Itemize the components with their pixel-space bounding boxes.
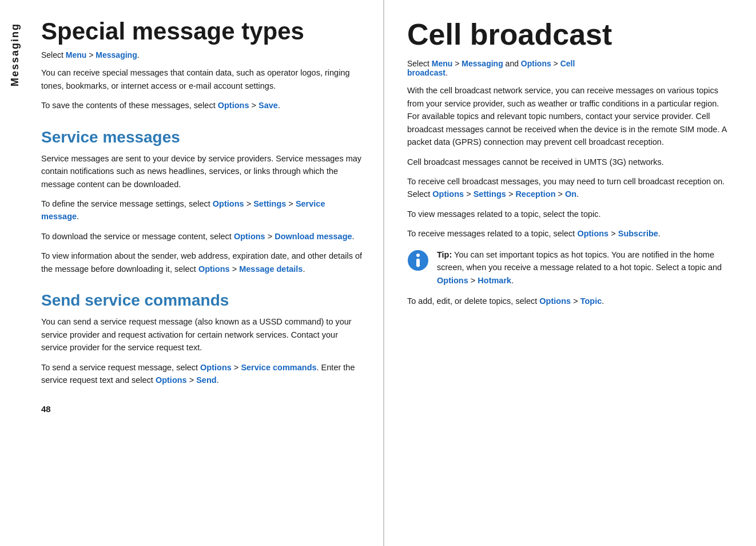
tip-suffix: .: [511, 276, 514, 285]
sub-prefix: To receive messages related to a topic, …: [407, 229, 577, 238]
select-prefix: Select: [41, 50, 66, 60]
send-prefix: To send a service request message, selec…: [41, 363, 200, 372]
r-select-prefix: Select: [407, 59, 432, 68]
main-title: Special message types: [41, 18, 363, 45]
view-topics-text: To view messages related to a topic, sel…: [407, 208, 733, 220]
right-column: Cell broadcast Select Menu > Messaging a…: [384, 0, 756, 546]
cell-body2: Cell broadcast messages cannot be receiv…: [407, 156, 733, 168]
rec-suffix: .: [576, 189, 579, 199]
cell-broadcast-title: Cell broadcast: [407, 18, 733, 51]
view-suffix: .: [303, 264, 305, 274]
rec-sep1: >: [464, 189, 474, 199]
subscribe-link[interactable]: Subscribe: [618, 229, 658, 238]
sep1: >: [86, 50, 96, 60]
select-menu-line: Select Menu > Messaging.: [41, 50, 363, 60]
rec-sep2: >: [506, 189, 516, 199]
download-link[interactable]: Download message: [274, 232, 352, 241]
page-number: 48: [41, 404, 363, 414]
r-suffix: .: [445, 68, 448, 77]
svg-text:+: +: [416, 261, 420, 270]
tip-body: You can set important topics as hot topi…: [437, 250, 722, 272]
view-para: To view information about the sender, we…: [41, 250, 363, 275]
rec-sep3: >: [555, 189, 565, 199]
send-link[interactable]: Send: [196, 375, 216, 385]
settings-prefix: To define the service message settings, …: [41, 199, 213, 208]
save-sep: >: [249, 101, 258, 110]
hotmark-link[interactable]: Hotmark: [478, 276, 511, 285]
save-prefix: To save the contents of these messages, …: [41, 101, 218, 110]
options-link-5[interactable]: Options: [200, 363, 232, 372]
tip-sep: >: [468, 276, 478, 285]
r-broadcast-link[interactable]: broadcast: [407, 68, 445, 77]
tip-bold: Tip:: [437, 250, 452, 259]
sidebar-label: Messaging: [9, 23, 21, 86]
sub-suffix: .: [658, 229, 660, 238]
send-suffix: .: [217, 375, 219, 385]
subscribe-para: To receive messages related to a topic, …: [407, 227, 733, 240]
sub-sep: >: [608, 229, 618, 238]
options-link-6[interactable]: Options: [156, 375, 187, 385]
r-and: and: [503, 59, 521, 68]
topic-prefix: To add, edit, or delete topics, select: [407, 296, 539, 306]
sep1-sc: >: [232, 363, 241, 372]
cell-body1: With the cell broadcast network service,…: [407, 84, 733, 148]
svg-point-1: [416, 254, 420, 257]
topic-suffix: .: [602, 296, 604, 306]
options-link-2[interactable]: Options: [213, 199, 244, 208]
settings-suffix: .: [77, 212, 79, 221]
reception-para: To receive cell broadcast messages, you …: [407, 175, 733, 201]
sep2-sc: >: [187, 375, 197, 385]
on-link[interactable]: On: [565, 189, 576, 199]
r-options-link[interactable]: Options: [521, 59, 551, 68]
tip-text: Tip: You can set important topics as hot…: [437, 248, 733, 287]
tip-options-link[interactable]: Options: [437, 276, 468, 285]
settings-para: To define the service message settings, …: [41, 197, 363, 223]
download-para: To download the service or message conte…: [41, 230, 363, 243]
message-details-link[interactable]: Message details: [239, 264, 303, 274]
send-commands-title: Send service commands: [41, 291, 363, 310]
topic-options-link[interactable]: Options: [539, 296, 571, 306]
sep-d: >: [265, 232, 275, 241]
reception-link[interactable]: Reception: [515, 189, 555, 199]
r-messaging-link[interactable]: Messaging: [461, 59, 503, 68]
download-prefix: To download the service or message conte…: [41, 232, 234, 241]
sub-options-link[interactable]: Options: [577, 229, 608, 238]
cell-select-line: Select Menu > Messaging and Options > Ce…: [407, 59, 733, 77]
tip-box: + Tip: You can set important topics as h…: [407, 248, 733, 287]
rec-settings-link[interactable]: Settings: [474, 189, 506, 199]
r-sep2: >: [551, 59, 560, 68]
options-link-3[interactable]: Options: [234, 232, 265, 241]
settings-link[interactable]: Settings: [253, 199, 286, 208]
topic-sep: >: [571, 296, 580, 306]
r-menu-link[interactable]: Menu: [432, 59, 453, 68]
tip-icon: +: [407, 250, 429, 271]
messaging-link[interactable]: Messaging: [96, 50, 137, 60]
service-intro: Service messages are sent to your device…: [41, 152, 363, 191]
options-link-1[interactable]: Options: [218, 101, 249, 110]
download-suffix: .: [352, 232, 355, 241]
sep2-s: >: [286, 199, 296, 208]
menu-link[interactable]: Menu: [66, 50, 87, 60]
topic-link[interactable]: Topic: [580, 296, 602, 306]
save-para: To save the contents of these messages, …: [41, 99, 363, 112]
r-sep1: >: [452, 59, 461, 68]
sep1-s: >: [244, 199, 254, 208]
sep-v: >: [230, 264, 240, 274]
left-column: Special message types Select Menu > Mess…: [30, 0, 384, 546]
save-suffix: .: [278, 101, 280, 110]
select-suffix: .: [137, 50, 140, 60]
send-intro: You can send a service request message (…: [41, 315, 363, 354]
sidebar: Messaging: [0, 0, 30, 546]
service-messages-title: Service messages: [41, 128, 363, 147]
options-link-4[interactable]: Options: [198, 264, 230, 274]
send-para: To send a service request message, selec…: [41, 361, 363, 387]
rec-options-link[interactable]: Options: [432, 189, 464, 199]
service-commands-link[interactable]: Service commands: [241, 363, 316, 372]
intro-text: You can receive special messages that co…: [41, 66, 363, 92]
topic-para: To add, edit, or delete topics, select O…: [407, 295, 733, 307]
save-link[interactable]: Save: [258, 101, 278, 110]
r-cell-link[interactable]: Cell: [560, 59, 575, 68]
